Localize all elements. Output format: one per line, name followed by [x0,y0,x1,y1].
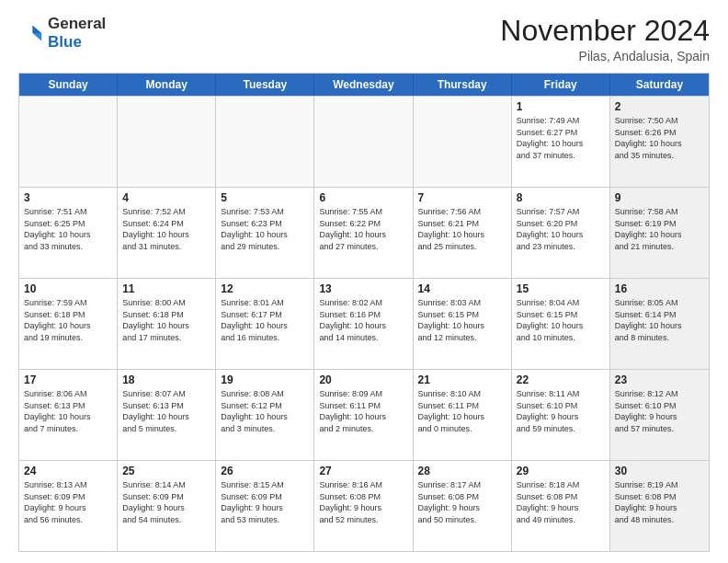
logo-general: General [48,15,106,32]
day-number: 5 [221,191,309,204]
day-info: Sunrise: 8:13 AM Sunset: 6:09 PM Dayligh… [24,479,112,525]
day-info: Sunrise: 8:08 AM Sunset: 6:12 PM Dayligh… [221,388,309,434]
day-cell-29: 29Sunrise: 8:18 AM Sunset: 6:08 PM Dayli… [512,461,610,551]
day-number: 10 [24,282,112,295]
day-number: 20 [319,373,407,386]
weekday-header-thursday: Thursday [414,74,512,96]
day-cell-22: 22Sunrise: 8:11 AM Sunset: 6:10 PM Dayli… [512,370,610,460]
day-info: Sunrise: 7:49 AM Sunset: 6:27 PM Dayligh… [517,115,605,161]
day-info: Sunrise: 8:11 AM Sunset: 6:10 PM Dayligh… [517,388,605,434]
header: General Blue November 2024 Pilas, Andalu… [18,15,710,63]
empty-cell-0-1 [118,97,216,187]
day-number: 18 [122,373,210,386]
day-cell-10: 10Sunrise: 7:59 AM Sunset: 6:18 PM Dayli… [19,279,118,369]
day-number: 2 [615,100,704,113]
empty-cell-0-0 [19,97,118,187]
day-number: 16 [615,282,704,295]
weekday-header-saturday: Saturday [610,74,709,96]
calendar-row-5: 24Sunrise: 8:13 AM Sunset: 6:09 PM Dayli… [19,460,709,551]
weekday-header-monday: Monday [118,74,216,96]
day-number: 17 [24,373,112,386]
day-cell-25: 25Sunrise: 8:14 AM Sunset: 6:09 PM Dayli… [118,461,216,551]
day-number: 11 [122,282,210,295]
weekday-header-tuesday: Tuesday [216,74,314,96]
day-number: 28 [418,465,506,477]
weekday-header-sunday: Sunday [19,74,118,96]
day-cell-5: 5Sunrise: 7:53 AM Sunset: 6:23 PM Daylig… [216,188,314,278]
day-number: 8 [517,191,605,204]
day-cell-30: 30Sunrise: 8:19 AM Sunset: 6:08 PM Dayli… [610,461,709,551]
day-info: Sunrise: 8:17 AM Sunset: 6:08 PM Dayligh… [418,479,506,525]
day-number: 26 [221,465,309,477]
day-info: Sunrise: 8:05 AM Sunset: 6:14 PM Dayligh… [615,297,704,343]
calendar-row-4: 17Sunrise: 8:06 AM Sunset: 6:13 PM Dayli… [19,369,709,460]
day-info: Sunrise: 8:12 AM Sunset: 6:10 PM Dayligh… [615,388,704,434]
month-title: November 2024 [500,15,710,47]
day-info: Sunrise: 8:04 AM Sunset: 6:15 PM Dayligh… [517,297,605,343]
day-number: 30 [615,465,704,477]
day-info: Sunrise: 8:16 AM Sunset: 6:08 PM Dayligh… [319,479,407,525]
weekday-header-friday: Friday [512,74,610,96]
day-number: 15 [517,282,605,295]
day-info: Sunrise: 7:57 AM Sunset: 6:20 PM Dayligh… [517,206,605,252]
day-info: Sunrise: 8:18 AM Sunset: 6:08 PM Dayligh… [517,479,605,525]
day-info: Sunrise: 7:55 AM Sunset: 6:22 PM Dayligh… [319,206,407,252]
day-number: 24 [24,465,112,477]
day-cell-6: 6Sunrise: 7:55 AM Sunset: 6:22 PM Daylig… [314,188,413,278]
day-number: 3 [24,191,112,204]
day-cell-2: 2Sunrise: 7:50 AM Sunset: 6:26 PM Daylig… [610,97,709,187]
day-number: 21 [418,373,506,386]
day-info: Sunrise: 8:07 AM Sunset: 6:13 PM Dayligh… [122,388,210,434]
day-info: Sunrise: 8:10 AM Sunset: 6:11 PM Dayligh… [418,388,506,434]
day-info: Sunrise: 8:03 AM Sunset: 6:15 PM Dayligh… [418,297,506,343]
day-cell-13: 13Sunrise: 8:02 AM Sunset: 6:16 PM Dayli… [314,279,413,369]
day-cell-26: 26Sunrise: 8:15 AM Sunset: 6:09 PM Dayli… [216,461,314,551]
day-number: 9 [615,191,704,204]
day-cell-19: 19Sunrise: 8:08 AM Sunset: 6:12 PM Dayli… [216,370,314,460]
calendar-body: 1Sunrise: 7:49 AM Sunset: 6:27 PM Daylig… [19,96,709,551]
calendar-row-1: 1Sunrise: 7:49 AM Sunset: 6:27 PM Daylig… [19,96,709,187]
day-cell-12: 12Sunrise: 8:01 AM Sunset: 6:17 PM Dayli… [216,279,314,369]
logo-blue: Blue [48,33,82,51]
day-number: 29 [517,465,605,477]
day-cell-1: 1Sunrise: 7:49 AM Sunset: 6:27 PM Daylig… [512,97,610,187]
empty-cell-0-3 [314,97,413,187]
day-info: Sunrise: 8:15 AM Sunset: 6:09 PM Dayligh… [221,479,309,525]
day-info: Sunrise: 7:58 AM Sunset: 6:19 PM Dayligh… [615,206,704,252]
day-number: 23 [615,373,704,386]
day-info: Sunrise: 8:01 AM Sunset: 6:17 PM Dayligh… [221,297,309,343]
day-cell-16: 16Sunrise: 8:05 AM Sunset: 6:14 PM Dayli… [610,279,709,369]
day-cell-21: 21Sunrise: 8:10 AM Sunset: 6:11 PM Dayli… [414,370,512,460]
day-cell-23: 23Sunrise: 8:12 AM Sunset: 6:10 PM Dayli… [610,370,709,460]
day-number: 7 [418,191,506,204]
day-info: Sunrise: 8:02 AM Sunset: 6:16 PM Dayligh… [319,297,407,343]
day-cell-3: 3Sunrise: 7:51 AM Sunset: 6:25 PM Daylig… [19,188,118,278]
empty-cell-0-2 [216,97,314,187]
logo: General Blue [18,15,106,52]
empty-cell-0-4 [414,97,512,187]
calendar-row-3: 10Sunrise: 7:59 AM Sunset: 6:18 PM Dayli… [19,278,709,369]
svg-marker-0 [32,25,41,32]
day-cell-7: 7Sunrise: 7:56 AM Sunset: 6:21 PM Daylig… [414,188,512,278]
day-number: 25 [122,465,210,477]
day-info: Sunrise: 8:14 AM Sunset: 6:09 PM Dayligh… [122,479,210,525]
day-cell-27: 27Sunrise: 8:16 AM Sunset: 6:08 PM Dayli… [314,461,413,551]
location-subtitle: Pilas, Andalusia, Spain [500,49,710,63]
day-cell-20: 20Sunrise: 8:09 AM Sunset: 6:11 PM Dayli… [314,370,413,460]
day-number: 27 [319,465,407,477]
calendar: SundayMondayTuesdayWednesdayThursdayFrid… [18,73,710,552]
calendar-row-2: 3Sunrise: 7:51 AM Sunset: 6:25 PM Daylig… [19,187,709,278]
day-cell-24: 24Sunrise: 8:13 AM Sunset: 6:09 PM Dayli… [19,461,118,551]
day-number: 1 [517,100,605,113]
day-number: 12 [221,282,309,295]
day-info: Sunrise: 8:06 AM Sunset: 6:13 PM Dayligh… [24,388,112,434]
day-info: Sunrise: 7:56 AM Sunset: 6:21 PM Dayligh… [418,206,506,252]
day-info: Sunrise: 7:52 AM Sunset: 6:24 PM Dayligh… [122,206,210,252]
day-cell-18: 18Sunrise: 8:07 AM Sunset: 6:13 PM Dayli… [118,370,216,460]
day-info: Sunrise: 7:51 AM Sunset: 6:25 PM Dayligh… [24,206,112,252]
day-info: Sunrise: 8:09 AM Sunset: 6:11 PM Dayligh… [319,388,407,434]
day-cell-8: 8Sunrise: 7:57 AM Sunset: 6:20 PM Daylig… [512,188,610,278]
calendar-header: SundayMondayTuesdayWednesdayThursdayFrid… [19,74,709,96]
day-info: Sunrise: 8:00 AM Sunset: 6:18 PM Dayligh… [122,297,210,343]
day-number: 14 [418,282,506,295]
